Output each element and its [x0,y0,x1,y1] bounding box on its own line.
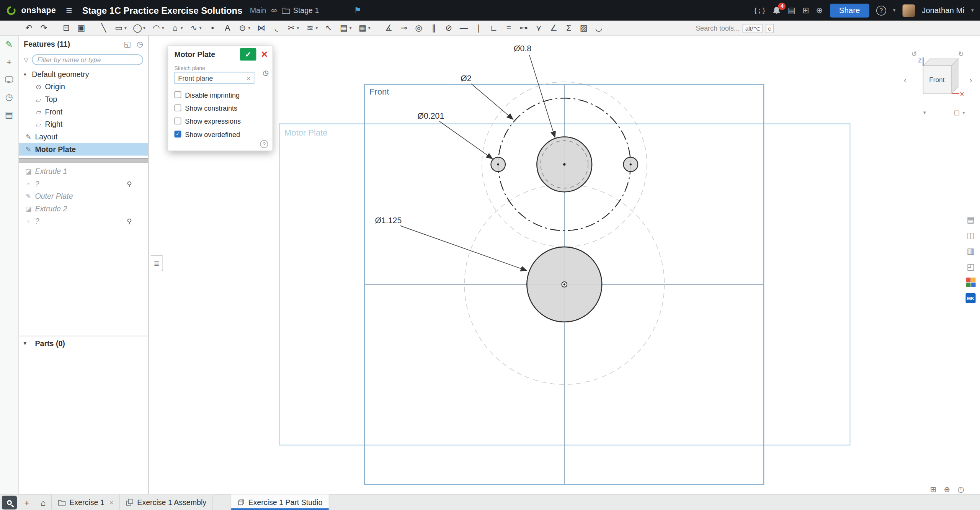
feature-front[interactable]: ▱Front [19,106,148,118]
option-show-expressions[interactable]: Show expressions [175,114,266,127]
user-avatar[interactable] [902,4,915,17]
tool-search[interactable]: Search tools... alt/⌥ c [696,21,774,36]
dialog-help-icon[interactable]: ? [260,140,268,148]
sketch-icon[interactable]: ✎ [5,39,13,49]
insert-image-icon[interactable]: ▣ [74,21,89,35]
tab-search-button[interactable] [2,496,17,510]
checkbox-icon[interactable]: ✓ [175,131,181,137]
boss-center-point[interactable] [563,163,565,165]
feature-origin[interactable]: ⊙Origin [19,81,148,93]
horizontal-constraint-icon[interactable]: — [456,21,471,35]
feature--[interactable]: ▫?⚲ [19,178,148,190]
hole-left-center[interactable] [497,163,499,165]
perpendicular-constraint-icon[interactable]: ∟ [486,21,501,35]
tab-exercise-1-assembly[interactable]: Exercise 1 Assembly [120,494,213,510]
tool-search-placeholder[interactable]: Search tools... [696,25,740,32]
tab-close-icon[interactable]: × [109,499,114,506]
dock-icon-1[interactable]: ▤ [967,215,974,224]
viewcube-left-chevron-icon[interactable]: ‹ [904,75,907,85]
render-mode-caret-icon[interactable]: ▾ [962,110,965,116]
crosshatch-tool-icon[interactable]: ▨ [576,21,591,35]
trim-tool-dropdown-icon[interactable]: ▾ [297,25,303,30]
feature--[interactable]: ▫?⚲ [19,215,148,228]
featurescript-icon[interactable]: {;} [753,7,766,14]
viewcube-rotate-left-icon[interactable]: ↺ [911,50,917,58]
user-menu-caret-icon[interactable]: ▾ [971,8,974,13]
workspace-name[interactable]: Main [250,6,266,15]
feature-right[interactable]: ▱Right [19,118,148,131]
color-grid-icon[interactable] [966,278,975,287]
pierce-constraint-icon[interactable]: ∠ [546,21,561,35]
checkbox-icon[interactable] [175,91,181,98]
onshape-logo-icon[interactable] [6,5,16,15]
dock-icon-3[interactable]: ▥ [967,246,974,255]
dimension-diameter-2[interactable]: Ø2 [461,74,513,119]
web-globe-icon[interactable]: ⊕ [944,485,950,494]
line-tool-icon[interactable]: ╲ [96,21,111,35]
mk-badge-icon[interactable]: MK [965,293,975,303]
slot-tool-dropdown-icon[interactable]: ▾ [248,25,254,30]
curvature-tool-icon[interactable]: ◡ [591,21,606,35]
main-menu-icon[interactable]: ≡ [66,4,72,17]
checkbox-icon[interactable] [175,118,181,124]
undo-icon[interactable]: ↶ [21,21,36,35]
share-button[interactable]: Share [830,3,869,17]
paste-sketch-icon[interactable]: ⊟ [59,21,74,35]
help-icon[interactable]: ? [876,5,886,15]
parallel-constraint-icon[interactable]: ∥ [426,21,441,35]
history-icon[interactable]: ◷ [5,92,13,102]
cancel-button[interactable]: ✕ [258,48,271,61]
version-link-icon[interactable]: ∞ [271,6,277,14]
feature-filter-input[interactable] [32,54,143,65]
tasks-icon[interactable]: ▤ [788,6,795,14]
new-tab-button[interactable]: + [19,494,35,510]
linear-pattern-tool-dropdown-icon[interactable]: ▾ [350,25,355,30]
viewcube-rotate-right-icon[interactable]: ↻ [958,50,964,58]
confirm-button[interactable]: ✓ [240,48,256,61]
tangent-constraint-icon[interactable]: ⊘ [441,21,456,35]
tab-exercise-1[interactable]: Exercise 1× [51,494,120,510]
equal-constraint-icon[interactable]: = [501,21,516,35]
mirror-tool-icon[interactable]: ⋈ [254,21,269,35]
render-mode-cube-icon[interactable]: ◻ [954,108,960,116]
comments-icon[interactable] [5,74,13,84]
notebook-icon[interactable]: ▤ [5,110,13,119]
transform-tool-icon[interactable]: ↖ [321,21,336,35]
sketch-expressions-icon[interactable]: Σ [561,21,576,35]
tab-exercise-1-part-studio[interactable]: Exercise 1 Part Studio [231,494,330,510]
user-name[interactable]: Jonathan Mi [922,6,964,15]
pin-icon[interactable]: ⚲ [127,217,132,225]
circle-tool-dropdown-icon[interactable]: ▾ [143,25,149,30]
dock-icon-2[interactable]: ◫ [967,230,974,240]
parts-section[interactable]: ▾ Parts (0) [19,336,148,351]
fillet-tool-icon[interactable]: ◟ [269,21,284,35]
globe-icon[interactable]: ⊕ [816,6,823,14]
vertical-constraint-icon[interactable]: | [471,21,486,35]
text-tool-icon[interactable]: A [220,21,235,35]
feature-default-geometry[interactable]: ▾Default geometry [19,68,148,81]
spline-tool-dropdown-icon[interactable]: ▾ [199,25,205,30]
feature-motor-plate[interactable]: ✎Motor Plate [19,143,148,156]
home-icon[interactable]: ⌂ [35,494,51,510]
clear-selection-icon[interactable]: × [247,74,251,82]
point-tool-icon[interactable]: • [205,21,220,35]
dimension-diameter-0-201[interactable]: Ø0.201 [418,111,493,159]
field-history-icon[interactable]: ◷ [263,69,269,77]
snapshot-icon[interactable]: ⊞ [930,485,936,494]
viewcube-right-chevron-icon[interactable]: › [969,75,972,85]
filter-funnel-icon[interactable]: ▽ [24,56,29,63]
project-folder[interactable]: Stage 1 [282,6,319,15]
sketch-canvas[interactable]: Motor Plate Front [149,36,980,494]
bookmark-flag-icon[interactable]: ⚑ [354,6,361,15]
feature-history-icon[interactable]: ◷ [137,40,143,49]
feature-extrude-2[interactable]: ◪Extrude 2 [19,203,148,215]
rollback-bar[interactable] [19,158,148,162]
polygon-tool-dropdown-icon[interactable]: ▾ [181,25,186,30]
feature-list-toggle[interactable]: ≣ [150,255,163,271]
brand-name[interactable]: onshape [21,6,56,15]
float-panel-icon[interactable]: ◱ [124,40,131,49]
collapse-caret-icon[interactable]: ▾ [24,72,32,77]
concentric-constraint-icon[interactable]: ◎ [411,21,426,35]
redo-icon[interactable]: ↷ [36,21,51,35]
option-show-constraints[interactable]: Show constraints [175,101,266,114]
